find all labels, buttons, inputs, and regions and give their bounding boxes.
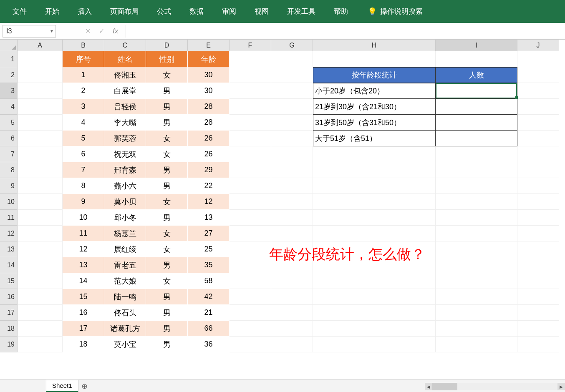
cell-J12[interactable] [517, 226, 559, 241]
ribbon-tab-页面布局[interactable]: 页面布局 [101, 0, 148, 23]
cell-I3[interactable] [436, 83, 517, 99]
cell-B7[interactable]: 6 [63, 146, 104, 162]
cell-I11[interactable] [436, 210, 517, 226]
cell-D16[interactable]: 男 [146, 289, 188, 305]
cell-D19[interactable]: 男 [146, 337, 188, 352]
cell-C7[interactable]: 祝无双 [104, 146, 146, 162]
ribbon-tab-公式[interactable]: 公式 [148, 0, 180, 23]
horizontal-scrollbar[interactable]: ◀ ▶ [432, 383, 557, 390]
fx-icon[interactable]: fx [113, 27, 118, 35]
cell-C10[interactable]: 莫小贝 [104, 194, 146, 210]
cell-A9[interactable] [18, 178, 63, 194]
cell-G18[interactable] [271, 321, 313, 337]
cell-H1[interactable] [313, 51, 436, 67]
cell-F5[interactable] [230, 115, 271, 131]
sheet-tab[interactable]: Sheet1 [46, 380, 78, 392]
column-header-E[interactable]: E [188, 40, 230, 51]
cell-C8[interactable]: 邢育森 [104, 162, 146, 178]
cell-H3[interactable]: 小于20岁（包含20） [313, 83, 436, 99]
chevron-down-icon[interactable]: ▼ [50, 29, 54, 33]
ribbon-tab-数据[interactable]: 数据 [180, 0, 213, 23]
cell-F15[interactable] [230, 273, 271, 289]
cell-I16[interactable] [436, 289, 517, 305]
cell-F18[interactable] [230, 321, 271, 337]
cell-I7[interactable] [436, 146, 517, 162]
cell-H11[interactable] [313, 210, 436, 226]
row-header-14[interactable]: 14 [0, 257, 18, 273]
cell-F10[interactable] [230, 194, 271, 210]
cell-F7[interactable] [230, 146, 271, 162]
cell-H16[interactable] [313, 289, 436, 305]
row-header-10[interactable]: 10 [0, 194, 18, 210]
cell-A2[interactable] [18, 67, 63, 83]
cell-E5[interactable]: 28 [188, 115, 230, 131]
cell-C17[interactable]: 佟石头 [104, 305, 146, 321]
scroll-right-icon[interactable]: ▶ [557, 383, 565, 390]
tell-me-search[interactable]: 操作说明搜索 [380, 7, 423, 16]
cell-I13[interactable] [436, 241, 517, 257]
cell-E19[interactable]: 36 [188, 337, 230, 352]
cell-A17[interactable] [18, 305, 63, 321]
cell-D3[interactable]: 男 [146, 83, 188, 99]
cell-E12[interactable]: 27 [188, 226, 230, 241]
cell-E16[interactable]: 42 [188, 289, 230, 305]
row-header-9[interactable]: 9 [0, 178, 18, 194]
cell-A13[interactable] [18, 241, 63, 257]
cell-D4[interactable]: 男 [146, 99, 188, 115]
row-header-4[interactable]: 4 [0, 99, 18, 115]
cell-D5[interactable]: 男 [146, 115, 188, 131]
cell-E2[interactable]: 30 [188, 67, 230, 83]
ribbon-tab-帮助[interactable]: 帮助 [325, 0, 357, 23]
cell-E11[interactable]: 13 [188, 210, 230, 226]
row-header-15[interactable]: 15 [0, 273, 18, 289]
cell-I19[interactable] [436, 337, 517, 352]
cell-C12[interactable]: 杨蕙兰 [104, 226, 146, 241]
cell-H2[interactable]: 按年龄段统计 [313, 67, 436, 83]
column-header-C[interactable]: C [104, 40, 146, 51]
cell-F13[interactable] [230, 241, 271, 257]
cell-I5[interactable] [436, 115, 517, 131]
ribbon-tab-审阅[interactable]: 审阅 [213, 0, 245, 23]
cell-H5[interactable]: 31岁到50岁（含31和50） [313, 115, 436, 131]
cell-G10[interactable] [271, 194, 313, 210]
cell-D8[interactable]: 男 [146, 162, 188, 178]
cell-J3[interactable] [517, 83, 559, 99]
cell-A6[interactable] [18, 131, 63, 146]
cell-H12[interactable] [313, 226, 436, 241]
cell-B18[interactable]: 17 [63, 321, 104, 337]
cell-H6[interactable]: 大于51岁（含51） [313, 131, 436, 146]
cell-F8[interactable] [230, 162, 271, 178]
column-header-A[interactable]: A [18, 40, 63, 51]
cell-D9[interactable]: 男 [146, 178, 188, 194]
cell-F16[interactable] [230, 289, 271, 305]
cell-J10[interactable] [517, 194, 559, 210]
cell-A7[interactable] [18, 146, 63, 162]
cell-J17[interactable] [517, 305, 559, 321]
cell-G7[interactable] [271, 146, 313, 162]
cell-E15[interactable]: 58 [188, 273, 230, 289]
cell-E17[interactable]: 21 [188, 305, 230, 321]
cell-D18[interactable]: 男 [146, 321, 188, 337]
cell-D11[interactable]: 男 [146, 210, 188, 226]
ribbon-tab-文件[interactable]: 文件 [3, 0, 36, 23]
row-header-16[interactable]: 16 [0, 289, 18, 305]
row-header-1[interactable]: 1 [0, 51, 18, 67]
cell-D6[interactable]: 女 [146, 131, 188, 146]
cell-F19[interactable] [230, 337, 271, 352]
cell-G12[interactable] [271, 226, 313, 241]
cell-I8[interactable] [436, 162, 517, 178]
cell-G16[interactable] [271, 289, 313, 305]
cell-C14[interactable]: 雷老五 [104, 257, 146, 273]
column-header-I[interactable]: I [436, 40, 517, 51]
column-header-G[interactable]: G [271, 40, 313, 51]
cell-E4[interactable]: 28 [188, 99, 230, 115]
cell-H10[interactable] [313, 194, 436, 210]
cell-C11[interactable]: 邱小冬 [104, 210, 146, 226]
ribbon-tab-视图[interactable]: 视图 [245, 0, 278, 23]
cell-J5[interactable] [517, 115, 559, 131]
row-header-18[interactable]: 18 [0, 321, 18, 337]
cell-J11[interactable] [517, 210, 559, 226]
cell-A4[interactable] [18, 99, 63, 115]
cell-A14[interactable] [18, 257, 63, 273]
cell-E10[interactable]: 12 [188, 194, 230, 210]
